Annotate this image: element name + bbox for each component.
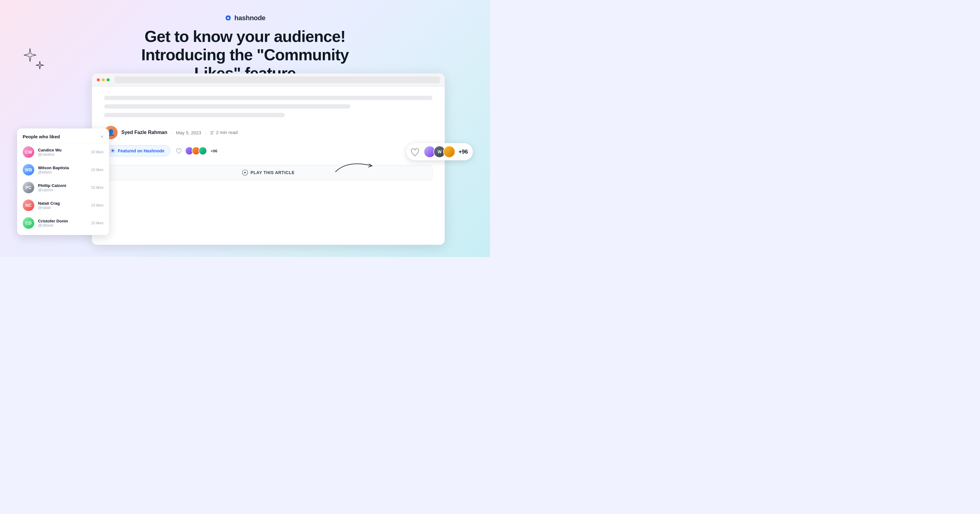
- liked-avatar: CW: [23, 146, 34, 158]
- liked-user-handle: @candice: [38, 152, 87, 157]
- liked-user-count: 10 likes: [91, 221, 103, 225]
- liked-user-count: 10 likes: [91, 150, 103, 154]
- liked-user-info: Cristofer Donin @cfdonin: [38, 219, 87, 228]
- liked-user-handle: @wilson: [38, 170, 87, 175]
- liked-user-handle: @natali: [38, 206, 87, 210]
- big-likes-count: +96: [458, 149, 468, 155]
- liked-user-count: 10 likes: [91, 186, 103, 190]
- header: hashnode Get to know your audience! Intr…: [0, 0, 490, 82]
- liked-item[interactable]: PC Phillip Calzoni @calzoni 10 likes: [17, 179, 109, 197]
- author-read: 2 min read: [210, 130, 238, 135]
- liked-user-info: Candice Wu @candice: [38, 148, 87, 157]
- liked-panel-title: People who liked: [23, 134, 60, 139]
- author-row: 👤 Syed Fazle Rahman · May 5, 2023 · 2 mi…: [104, 126, 433, 139]
- actions-row: Featured on Hashnode: [104, 145, 433, 156]
- liked-panel: People who liked × CW Candice Wu @candic…: [17, 128, 109, 235]
- featured-badge-text: Featured on Hashnode: [118, 148, 164, 153]
- play-bar-text: PLAY THIS ARTICLE: [250, 170, 294, 175]
- svg-rect-1: [210, 131, 214, 132]
- author-separator: ·: [171, 130, 172, 135]
- liked-avatar: NC: [23, 200, 34, 211]
- logo-text: hashnode: [234, 14, 266, 22]
- author-separator2: ·: [205, 130, 206, 135]
- heart-icon[interactable]: [175, 147, 183, 154]
- liked-user-count: 10 likes: [91, 203, 103, 208]
- likes-count: +96: [211, 149, 218, 153]
- big-avatar-stack: W: [423, 146, 455, 158]
- svg-marker-6: [244, 171, 246, 173]
- author-name: Syed Fazle Rahman: [121, 130, 167, 135]
- browser-content: 👤 Syed Fazle Rahman · May 5, 2023 · 2 mi…: [92, 87, 445, 186]
- big-avatar-3: [443, 146, 455, 158]
- liked-item[interactable]: WB Wilson Baptista @wilson 10 likes: [17, 161, 109, 179]
- browser-mockup: 👤 Syed Fazle Rahman · May 5, 2023 · 2 mi…: [92, 73, 445, 245]
- browser-close-dot: [97, 78, 100, 81]
- liked-avatar: PC: [23, 182, 34, 194]
- big-heart-icon: [409, 146, 420, 157]
- liked-user-count: 10 likes: [91, 168, 103, 172]
- skeleton-line-2: [104, 104, 350, 109]
- liked-user-handle: @cfdonin: [38, 223, 87, 228]
- svg-rect-3: [210, 134, 213, 134]
- read-time: 2 min read: [216, 130, 238, 135]
- likes-group: +96: [175, 146, 218, 155]
- featured-icon: [110, 148, 115, 154]
- liked-item[interactable]: CD Cristofer Donin @cfdonin 10 likes: [17, 214, 109, 232]
- liked-avatar: WB: [23, 164, 34, 176]
- skeleton-line-1: [104, 96, 433, 100]
- liked-panel-close-button[interactable]: ×: [101, 134, 103, 139]
- liked-users-list: CW Candice Wu @candice 10 likes WB Wilso…: [17, 143, 109, 232]
- play-icon: [242, 170, 248, 176]
- browser-minimize-dot: [102, 78, 105, 81]
- liked-user-info: Phillip Calzoni @calzoni: [38, 183, 87, 192]
- liked-avatar: CD: [23, 217, 34, 229]
- logo-row: hashnode: [224, 14, 266, 22]
- liked-user-name: Natali Crag: [38, 201, 87, 206]
- arrow-annotation: [332, 157, 375, 176]
- liked-user-info: Wilson Baptista @wilson: [38, 165, 87, 175]
- featured-badge[interactable]: Featured on Hashnode: [104, 145, 170, 156]
- liked-user-name: Candice Wu: [38, 148, 87, 152]
- liked-item[interactable]: CW Candice Wu @candice 10 likes: [17, 143, 109, 161]
- skeleton-line-3: [104, 113, 285, 117]
- headline-line1: Get to know your audience!: [119, 27, 371, 46]
- liked-item[interactable]: NC Natali Crag @natali 10 likes: [17, 197, 109, 214]
- liked-user-name: Wilson Baptista: [38, 165, 87, 170]
- liked-user-info: Natali Crag @natali: [38, 201, 87, 210]
- liked-user-handle: @calzoni: [38, 188, 87, 192]
- hashnode-logo-icon: [224, 14, 232, 22]
- author-date: May 5, 2023: [176, 130, 201, 135]
- liked-user-name: Phillip Calzoni: [38, 183, 87, 188]
- browser-address-bar: [115, 76, 440, 83]
- browser-fullscreen-dot: [107, 78, 110, 81]
- liked-user-name: Cristofer Donin: [38, 219, 87, 223]
- avatar-stack: [185, 146, 207, 155]
- liked-panel-header: People who liked ×: [17, 128, 109, 143]
- big-likes-panel[interactable]: W +96: [406, 143, 473, 160]
- avatar-stack-3: [199, 146, 207, 155]
- svg-rect-2: [210, 132, 213, 133]
- browser-top-bar: [92, 73, 445, 87]
- svg-point-0: [227, 17, 229, 19]
- play-bar[interactable]: PLAY THIS ARTICLE: [104, 165, 433, 180]
